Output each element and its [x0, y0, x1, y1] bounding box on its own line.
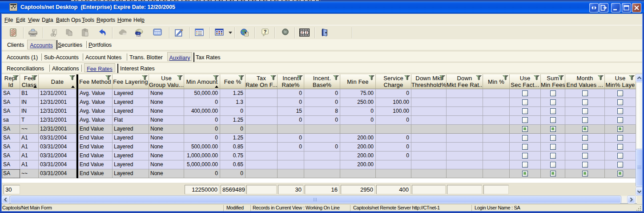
svg-text:?: ? — [264, 29, 267, 34]
